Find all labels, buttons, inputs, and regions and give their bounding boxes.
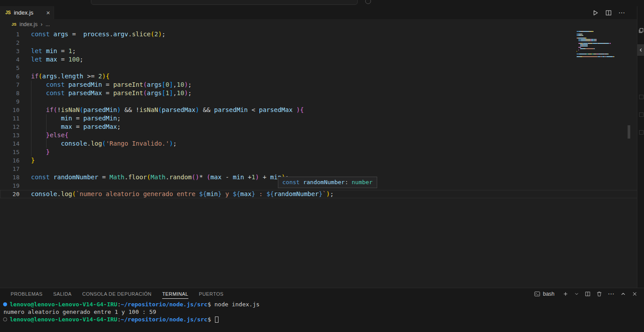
tab-index-js[interactable]: JS index.js × [0, 6, 54, 19]
token: $ [207, 316, 215, 323]
command-center-searchbox[interactable] [91, 0, 358, 5]
token: else [50, 131, 65, 139]
terminal-content[interactable]: lenovo@lenovo-Lenovo-V14-G4-IRU:~/reposi… [0, 300, 644, 323]
token: ` [323, 190, 326, 197]
panel-tab-terminal[interactable]: TERMINAL [162, 288, 188, 300]
minimap-line [577, 51, 617, 52]
line-number[interactable]: 13 [0, 131, 20, 139]
code-line[interactable]: 1const args = process.argv.slice(2); [0, 30, 644, 39]
editor-more-actions-icon[interactable]: ⋯ [618, 9, 625, 17]
scrollbar-thumb[interactable] [628, 125, 630, 139]
code-line[interactable]: 15 } [0, 148, 644, 156]
token: parsedMax [68, 89, 102, 97]
panel-tab-problemas[interactable]: PROBLEMAS [11, 288, 43, 300]
line-number[interactable]: 6 [0, 72, 20, 81]
token: 'Rango Invalido.' [106, 140, 169, 147]
token: parsedMax [259, 106, 293, 113]
close-tab-icon[interactable]: × [46, 9, 50, 16]
command-decoration-success-icon[interactable] [3, 302, 7, 306]
terminal-line: lenovo@lenovo-Lenovo-V14-G4-IRU:~/reposi… [0, 301, 644, 308]
breadcrumb-file[interactable]: index.js [20, 21, 38, 27]
close-panel-button[interactable] [632, 291, 638, 297]
token: = [102, 89, 113, 97]
token: 2 [154, 31, 158, 38]
titlebar-circle-icon[interactable] [365, 0, 371, 4]
code-line[interactable]: 17 [0, 165, 644, 173]
line-number[interactable]: 20 [0, 190, 20, 198]
code-line[interactable]: 10 if(!isNaN(parsedMin) && !isNaN(parsed… [0, 106, 644, 114]
line-number[interactable]: 12 [0, 123, 20, 131]
split-editor-button[interactable] [605, 9, 612, 16]
line-number[interactable]: 4 [0, 55, 20, 64]
code-line[interactable]: 16} [0, 156, 644, 165]
line-number[interactable]: 2 [0, 39, 20, 47]
panel-tab-consola-de-depuraci-n[interactable]: CONSOLA DE DEPURACIÓN [82, 288, 152, 300]
code-line[interactable]: 13 }else{ [0, 131, 644, 139]
panel-more-actions-icon[interactable]: ⋯ [608, 290, 615, 298]
panel-tab-salida[interactable]: SALIDA [53, 288, 72, 300]
token: randomNumber [303, 179, 345, 185]
restore-sidebar-button[interactable] [637, 44, 644, 56]
token: = [102, 81, 113, 88]
kill-terminal-trash-button[interactable] [596, 291, 602, 297]
token: parsedMin [214, 106, 248, 113]
line-number[interactable]: 8 [0, 89, 20, 97]
code-line[interactable]: 6if(args.length >= 2){ [0, 72, 644, 81]
line-number[interactable]: 14 [0, 139, 20, 148]
new-terminal-button[interactable] [562, 291, 569, 297]
line-number[interactable]: 18 [0, 173, 20, 181]
run-file-button[interactable] [592, 9, 599, 16]
code-text: let min = 1; [31, 47, 76, 55]
panel-tab-puertos[interactable]: PUERTOS [199, 288, 224, 300]
command-decoration-pending-icon[interactable] [3, 317, 7, 321]
js-file-icon: JS [12, 22, 16, 27]
token: parsedMin [83, 106, 117, 113]
terminal-profile-selector[interactable]: bash [534, 291, 554, 297]
code-line[interactable]: 5 [0, 64, 644, 72]
code-text: if(args.length >= 2){ [31, 72, 109, 81]
code-line[interactable]: 9 [0, 97, 644, 106]
token: ; [72, 47, 76, 54]
code-line[interactable]: 8 const parsedMax = parseInt(args[1],10)… [0, 89, 644, 97]
terminal-icon [534, 291, 540, 297]
copy-icon[interactable] [638, 27, 644, 34]
code-line[interactable]: 20console.log(`numero aleatorio generado… [0, 190, 644, 198]
token: Math [151, 174, 166, 181]
line-number[interactable]: 11 [0, 114, 20, 123]
line-number[interactable]: 15 [0, 148, 20, 156]
code-line[interactable]: 11 min = parsedMin; [0, 114, 644, 123]
rail-faint-icon[interactable] [639, 112, 644, 117]
token: randomNumber [54, 174, 98, 181]
code-line[interactable]: 2 [0, 39, 644, 47]
token: max [46, 56, 57, 63]
code-line[interactable]: 4let max = 100; [0, 55, 644, 64]
token: } [319, 190, 322, 197]
rail-faint-icon[interactable] [639, 130, 644, 135]
maximize-panel-button[interactable] [620, 291, 626, 297]
code-line[interactable]: 7 const parsedMin = parseInt(args[0],10)… [0, 81, 644, 89]
indent-guide [46, 114, 47, 148]
line-number[interactable]: 5 [0, 64, 20, 72]
token: ~/repositorio/node.js/src [121, 301, 207, 308]
minimap[interactable] [577, 31, 617, 58]
line-number[interactable]: 10 [0, 106, 20, 114]
breadcrumb-symbol[interactable]: ... [46, 21, 50, 27]
line-number[interactable]: 19 [0, 181, 20, 190]
line-number[interactable]: 17 [0, 165, 20, 173]
line-number[interactable]: 9 [0, 97, 20, 106]
token: ( [102, 140, 105, 147]
split-terminal-button[interactable] [585, 291, 591, 297]
line-number[interactable]: 3 [0, 47, 20, 55]
code-line[interactable]: 3let min = 1; [0, 47, 644, 55]
terminal-dropdown-chevron-icon[interactable] [574, 291, 579, 297]
token: ( [54, 106, 57, 113]
code-line[interactable]: 14 console.log('Rango Invalido.'); [0, 139, 644, 148]
line-number[interactable]: 16 [0, 156, 20, 165]
token: 0 [165, 81, 169, 88]
line-number[interactable]: 7 [0, 81, 20, 89]
token: . [166, 174, 169, 181]
code-line[interactable]: 12 max = parsedMax; [0, 123, 644, 131]
rail-faint-icon[interactable] [639, 95, 644, 99]
code-editor[interactable]: 1const args = process.argv.slice(2);23le… [0, 29, 644, 288]
line-number[interactable]: 1 [0, 30, 20, 39]
